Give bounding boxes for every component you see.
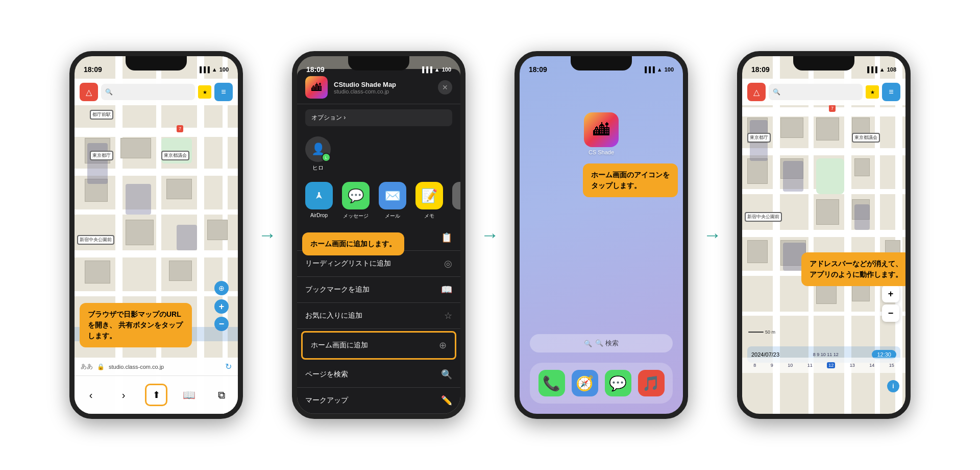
menu-add-home[interactable]: ホーム画面に追加 ⊕ <box>303 333 455 358</box>
signal-icon-2: ▐▐▐ <box>420 66 432 73</box>
dock-safari[interactable]: 🧭 <box>572 370 598 396</box>
airdrop-icon <box>305 182 333 209</box>
wifi-icon-3: ▲ <box>657 66 663 73</box>
menu-markup[interactable]: マークアップ ✏️ <box>297 388 460 414</box>
tabs-button[interactable]: ⧉ <box>210 384 233 406</box>
menu-bookmark[interactable]: ブックマークを追加 📖 <box>297 277 460 303</box>
nav-icon-star[interactable]: ★ <box>198 85 211 99</box>
share-app-icon: 🏙 <box>305 76 328 99</box>
messages-label: メッセージ <box>343 213 369 220</box>
more-label: リ... <box>461 213 465 220</box>
dock-music[interactable]: 🎵 <box>638 370 665 396</box>
t15: 15 <box>889 363 894 368</box>
search-label-home: 🔍 検索 <box>595 339 619 348</box>
share-more[interactable]: ··· リ... <box>452 182 465 220</box>
menu-icon-1[interactable]: ≡ <box>214 83 233 101</box>
cs-shade-icon-label: CS Shade <box>589 149 614 155</box>
search-text-1: 🔍 <box>105 88 113 96</box>
add-home-icon: ⊕ <box>439 340 447 351</box>
time-nums: 8 9 10 11 12 <box>813 352 839 357</box>
url-bar-1: ああ 🔒 studio.class-com.co.jp ↻ <box>75 358 238 376</box>
menu-bookmark-label: ブックマークを追加 <box>305 285 370 294</box>
forward-button[interactable]: › <box>112 384 135 406</box>
phone-notch-4 <box>793 56 854 70</box>
bookmarks-button[interactable]: 📖 <box>178 384 200 406</box>
tooltip-1: ブラウザで日影マップのURLを開き、 共有ボタンをタップします。 <box>80 303 192 347</box>
tooltip-text-1: ブラウザで日影マップのURLを開き、 共有ボタンをタップします。 <box>88 310 183 340</box>
info-button[interactable]: i <box>887 380 899 392</box>
station-label-4b: 東京都庁 <box>747 133 771 143</box>
status-icons-4: ▐▐▐ ▲ 108 <box>865 66 896 73</box>
share-contacts: 👤 L ヒロ <box>297 131 460 177</box>
home-dock: 📞 🧭 💬 🎵 <box>530 363 673 404</box>
phone-2: 18:09 ▐▐▐ ▲ 100 🏙 CStudio Shade Map stud… <box>292 51 465 419</box>
menu-add-home-label: ホーム画面に追加 <box>311 341 368 350</box>
t12: 12 <box>827 362 835 368</box>
station-label-4c: 東京都議会 <box>852 133 880 143</box>
favorites-icon: ☆ <box>444 310 452 321</box>
t13: 13 <box>850 363 855 368</box>
phone-1: 都庁前駅 東京都庁 東京都議会 新宿中央公園前 7 8 9 10 11 12 1… <box>69 51 243 419</box>
svg-point-1 <box>318 192 320 194</box>
arrow-1: → <box>258 224 277 246</box>
reading-list-icon: ◎ <box>444 258 452 269</box>
zoom-in-4[interactable]: + <box>882 285 899 302</box>
share-button[interactable]: ⬆ <box>145 384 167 406</box>
app-logo-1[interactable]: △ <box>80 83 98 101</box>
zoom-out-4[interactable]: − <box>882 304 899 322</box>
tooltip-3: ホーム画面のアイコンをタップします。 <box>583 163 678 197</box>
menu-icon-4[interactable]: ≡ <box>882 83 900 101</box>
home-search-bar[interactable]: 🔍 🔍 検索 <box>530 334 673 353</box>
status-time-3: 18:09 <box>529 65 547 74</box>
dock-phone[interactable]: 📞 <box>538 370 565 396</box>
menu-favorites[interactable]: お気に入りに追加 ☆ <box>297 303 460 329</box>
contact-hiro[interactable]: 👤 L ヒロ <box>305 136 331 172</box>
dock-messages[interactable]: 💬 <box>605 370 631 396</box>
contact-avatar: 👤 L <box>305 136 331 162</box>
mail-icon: ✉️ <box>379 182 406 209</box>
cs-shade-home-icon[interactable]: 🏙 CS Shade <box>584 112 619 155</box>
url-text-1[interactable]: studio.class-com.co.jp <box>109 364 221 370</box>
share-mail[interactable]: ✉️ メール <box>379 182 406 220</box>
share-notes[interactable]: 📝 メモ <box>415 182 443 220</box>
wifi-icon-4: ▲ <box>879 66 885 73</box>
zoom-in-button[interactable]: + <box>214 299 229 314</box>
station-label-4d: 新宿中央公園前 <box>745 212 782 222</box>
battery-icon-4: 108 <box>887 66 896 73</box>
share-messages[interactable]: 💬 メッセージ <box>342 182 370 220</box>
tooltip-text-2: ホーム画面に追加します。 <box>310 240 396 248</box>
menu-markup-label: マークアップ <box>305 396 348 405</box>
app-logo-4[interactable]: △ <box>747 83 766 101</box>
share-airdrop[interactable]: AirDrop <box>305 182 333 220</box>
nav-star-4[interactable]: ★ <box>866 85 879 99</box>
options-button[interactable]: オプション › <box>305 109 452 126</box>
t14: 14 <box>869 363 874 368</box>
search-bar-4[interactable]: 🔍 <box>769 84 863 100</box>
7eleven-4: 7 <box>829 105 836 112</box>
full-map-screen: 都庁前駅 東京都庁 東京都議会 新宿中央公園前 7 ⊕ + − 50 m 202… <box>742 56 905 414</box>
reload-icon[interactable]: ↻ <box>225 362 232 371</box>
search-bar-1[interactable]: 🔍 <box>101 84 195 100</box>
back-button[interactable]: ‹ <box>80 384 102 406</box>
phone-notch-1 <box>126 56 187 70</box>
station-label-3: 東京都議会 <box>161 151 189 160</box>
options-label: オプション › <box>311 113 346 122</box>
signal-icon: ▐▐▐ <box>198 66 209 73</box>
notes-icon: 📝 <box>415 182 443 209</box>
share-app-url: studio.class-com.co.jp <box>334 88 432 95</box>
t8: 8 <box>753 363 756 368</box>
station-label-2: 東京都庁 <box>90 151 113 160</box>
status-time-1: 18:09 <box>84 65 102 74</box>
scale-bar: 50 m <box>748 330 775 335</box>
share-close-button[interactable]: ✕ <box>438 80 452 95</box>
location-button[interactable]: ⊕ <box>214 281 229 295</box>
menu-find-page[interactable]: ページを検索 🔍 <box>297 362 460 388</box>
convenience-store: 7 <box>177 125 183 132</box>
wifi-icon: ▲ <box>212 66 217 73</box>
phone-notch-2 <box>348 56 409 70</box>
contact-badge: L <box>322 153 331 162</box>
bottom-nav-1: ‹ › ⬆ 📖 ⧉ <box>75 376 238 414</box>
t9: 9 <box>771 363 773 368</box>
reading-mode-label: ああ <box>81 362 93 371</box>
date-label: 2024/07/23 <box>751 351 779 358</box>
